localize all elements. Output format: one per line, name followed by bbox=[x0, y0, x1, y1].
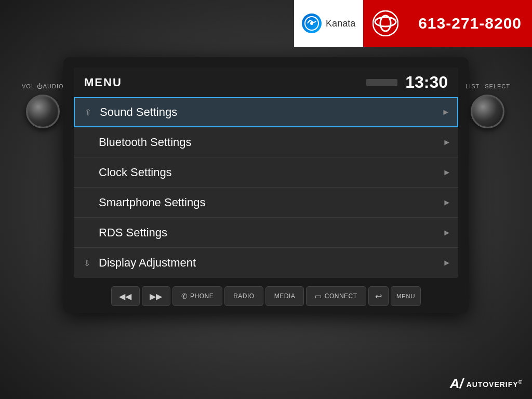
menu-item-sound-settings[interactable]: ⇧ Sound Settings ► bbox=[74, 97, 458, 127]
menu-item-clock-settings[interactable]: Clock Settings ► bbox=[74, 157, 458, 188]
arrow-right-icon: ► bbox=[443, 198, 458, 207]
back-icon: ↩ bbox=[375, 291, 382, 301]
menu-item-label: Smartphone Settings bbox=[95, 196, 443, 209]
connect-button[interactable]: ▭ CONNECT bbox=[306, 286, 366, 306]
list-label: LIST bbox=[466, 83, 480, 89]
phone-number: 613-271-8200 bbox=[418, 15, 522, 32]
skip-next-button[interactable]: ▶▶ bbox=[142, 286, 170, 306]
autoverify-label: AUTOVERIFY® bbox=[467, 379, 523, 389]
media-button-label: MEDIA bbox=[274, 292, 296, 300]
select-knob[interactable] bbox=[471, 95, 504, 128]
menu-item-bluetooth-settings[interactable]: Bluetooth Settings ► bbox=[74, 127, 458, 157]
svg-point-2 bbox=[373, 11, 398, 36]
menu-item-label: RDS Settings bbox=[95, 226, 443, 240]
svg-point-1 bbox=[310, 22, 313, 25]
right-controls: LIST SELECT bbox=[466, 83, 510, 128]
arrow-right-icon: ► bbox=[443, 168, 458, 177]
arrow-right-icon: ► bbox=[443, 228, 458, 237]
down-arrow-icon: ⇩ bbox=[79, 258, 95, 268]
screen: MENU 13:30 ⇧ Sound Settings ► Bluetooth … bbox=[74, 68, 458, 278]
menu-item-smartphone-settings[interactable]: Smartphone Settings ► bbox=[74, 188, 458, 218]
phone-number-box: 613-271-8200 bbox=[408, 0, 532, 47]
vol-knob[interactable] bbox=[26, 95, 60, 128]
connect-button-label: CONNECT bbox=[325, 292, 357, 300]
autoverify-watermark: A/ AUTOVERIFY® bbox=[450, 376, 523, 392]
branding-bar: Kanata 613-271-8200 bbox=[294, 0, 532, 47]
signal-bar bbox=[366, 79, 397, 86]
radio-button-label: RADIO bbox=[233, 292, 255, 300]
toyota-logo-box bbox=[363, 0, 408, 47]
back-button[interactable]: ↩ bbox=[368, 286, 389, 306]
infotainment-unit: VOL ⏻AUDIO LIST SELECT MENU 13:30 ⇧ Soun… bbox=[63, 57, 469, 313]
menu-item-display-adjustment[interactable]: ⇩ Display Adjustment ► bbox=[74, 248, 458, 278]
skip-prev-button[interactable]: ◀◀ bbox=[111, 286, 140, 306]
arrow-right-icon: ► bbox=[442, 108, 457, 117]
menu-item-rds-settings[interactable]: RDS Settings ► bbox=[74, 218, 458, 248]
screen-title: MENU bbox=[84, 76, 122, 89]
svg-point-4 bbox=[375, 17, 396, 26]
menu-button-label: MENU bbox=[396, 293, 415, 299]
up-arrow-icon: ⇧ bbox=[80, 108, 96, 117]
autoverify-icon: A/ bbox=[450, 376, 463, 392]
screen-header: MENU 13:30 bbox=[74, 68, 458, 97]
screen-time-area: 13:30 bbox=[366, 73, 448, 92]
radio-button[interactable]: RADIO bbox=[224, 286, 263, 306]
vol-label: VOL ⏻AUDIO bbox=[22, 83, 64, 89]
menu-item-label: Clock Settings bbox=[95, 166, 443, 179]
phone-button-label: PHONE bbox=[190, 292, 214, 300]
connect-icon: ▭ bbox=[315, 292, 322, 300]
dealership-name: Kanata bbox=[326, 18, 355, 29]
phone-icon: ✆ bbox=[181, 292, 188, 300]
menu-item-label: Bluetooth Settings bbox=[95, 136, 443, 149]
menu-item-label: Display Adjustment bbox=[95, 256, 443, 270]
screen-time: 13:30 bbox=[405, 73, 448, 92]
menu-button[interactable]: MENU bbox=[391, 286, 421, 306]
select-label: SELECT bbox=[485, 83, 510, 89]
menu-item-label: Sound Settings bbox=[96, 105, 442, 119]
toyota-logo-icon bbox=[373, 10, 398, 36]
right-labels: LIST SELECT bbox=[466, 83, 510, 89]
button-row: ◀◀ ▶▶ ✆ PHONE RADIO MEDIA ▭ CONNECT ↩ ME… bbox=[74, 286, 458, 313]
phone-button[interactable]: ✆ PHONE bbox=[172, 286, 223, 306]
kanata-logo: Kanata bbox=[294, 0, 363, 47]
arrow-right-icon: ► bbox=[443, 138, 458, 147]
left-controls: VOL ⏻AUDIO bbox=[22, 83, 64, 128]
kanata-icon bbox=[302, 14, 322, 33]
media-button[interactable]: MEDIA bbox=[265, 286, 304, 306]
menu-list: ⇧ Sound Settings ► Bluetooth Settings ► … bbox=[74, 97, 458, 278]
arrow-right-icon: ► bbox=[443, 258, 458, 268]
